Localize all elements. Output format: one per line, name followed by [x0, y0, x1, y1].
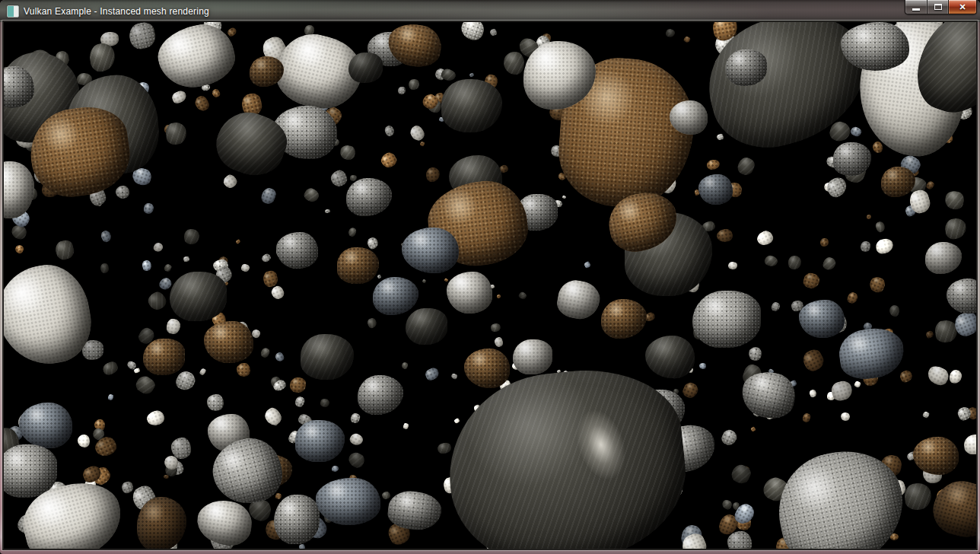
- rock: [497, 295, 501, 298]
- rock: [922, 410, 931, 419]
- rock: [275, 492, 283, 500]
- rock: [101, 360, 120, 377]
- rock: [320, 398, 330, 407]
- screen: Vulkan Example - Instanced mesh renderin…: [0, 0, 980, 554]
- rock: [235, 238, 241, 244]
- titlebar[interactable]: Vulkan Example - Instanced mesh renderin…: [0, 0, 980, 22]
- rock: [350, 412, 361, 425]
- rock: [260, 253, 272, 264]
- rock: [665, 28, 676, 39]
- rock: [943, 216, 968, 240]
- rock: [329, 168, 349, 189]
- rock: [152, 241, 164, 253]
- rock: [716, 228, 733, 244]
- rock: [802, 412, 812, 423]
- rock-feature: [601, 299, 647, 339]
- rock: [562, 195, 567, 199]
- rock: [260, 186, 278, 206]
- rock: [294, 395, 307, 409]
- app-icon[interactable]: [7, 5, 19, 18]
- rock: [274, 352, 285, 364]
- maximize-button[interactable]: [928, 0, 949, 14]
- rock: [221, 172, 240, 190]
- rock: [450, 372, 458, 380]
- close-button[interactable]: ✕: [949, 0, 977, 14]
- rock-feature: [274, 495, 320, 544]
- rock-feature: [698, 174, 733, 205]
- rock: [402, 422, 409, 430]
- rock: [170, 88, 188, 104]
- rock: [489, 28, 498, 37]
- rock-feature: [346, 178, 392, 216]
- rock: [763, 254, 779, 269]
- rock: [943, 189, 966, 212]
- rock: [126, 22, 157, 51]
- rock: [840, 412, 851, 422]
- rock: [469, 72, 476, 78]
- rock-feature: [358, 375, 403, 415]
- rock: [166, 318, 181, 335]
- rock: [146, 289, 170, 313]
- rock: [348, 227, 358, 238]
- rock: [99, 229, 113, 244]
- rock: [699, 363, 707, 370]
- rock: [206, 394, 224, 412]
- rock: [398, 87, 406, 94]
- rock: [262, 405, 285, 428]
- rock: [423, 366, 441, 382]
- rock: [108, 394, 115, 401]
- minimize-button[interactable]: [905, 0, 928, 14]
- minimize-icon: [912, 8, 920, 11]
- rock: [133, 373, 158, 396]
- rock: [720, 428, 740, 447]
- rock-feature: [295, 420, 345, 462]
- rock: [727, 531, 752, 549]
- rock: [422, 279, 428, 285]
- rock-feature: [316, 478, 380, 525]
- rock-feature: [4, 161, 34, 218]
- rock: [142, 259, 152, 272]
- render-viewport[interactable]: [4, 22, 976, 549]
- rock-feature: [925, 242, 962, 274]
- rock-feature: [337, 247, 379, 284]
- rock: [211, 88, 221, 99]
- rock: [727, 261, 737, 270]
- rock: [145, 408, 167, 427]
- rock: [925, 180, 936, 190]
- rock: [503, 51, 525, 75]
- rock: [349, 175, 356, 181]
- rock: [809, 389, 818, 398]
- rock-feature: [348, 53, 383, 83]
- rock: [183, 256, 189, 262]
- rock: [924, 363, 952, 389]
- rock: [383, 124, 396, 138]
- rock-feature: [194, 497, 254, 548]
- rock: [184, 229, 200, 245]
- rock: [240, 263, 250, 272]
- rock: [889, 305, 900, 317]
- rock: [924, 330, 934, 339]
- rock-feature: [440, 360, 694, 549]
- rock: [821, 256, 837, 272]
- rock-feature: [692, 291, 761, 348]
- rock: [872, 141, 883, 153]
- rock: [748, 346, 763, 362]
- rock: [898, 368, 914, 384]
- rock: [53, 238, 76, 261]
- rock: [820, 238, 829, 247]
- rock: [164, 263, 173, 273]
- rock: [409, 78, 420, 90]
- rock: [425, 167, 441, 183]
- rock-feature: [170, 272, 227, 321]
- rock-feature: [799, 300, 845, 338]
- maximize-icon: [934, 4, 942, 10]
- rock-feature: [447, 272, 492, 314]
- rock: [366, 317, 378, 330]
- rock: [854, 380, 862, 388]
- rock: [165, 121, 188, 145]
- app-window: Vulkan Example - Instanced mesh renderin…: [0, 0, 980, 554]
- rock-feature: [841, 22, 909, 71]
- rock: [120, 480, 135, 495]
- rock-feature: [137, 497, 186, 549]
- rock: [874, 220, 887, 234]
